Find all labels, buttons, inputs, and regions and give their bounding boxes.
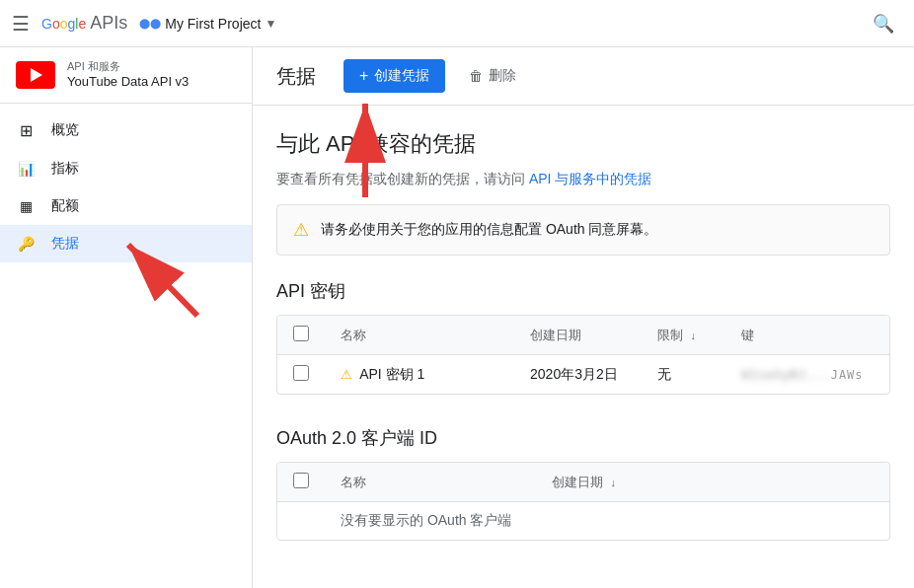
service-header: API 和服务 YouTube Data API v3 xyxy=(0,47,252,104)
content-body: 与此 API 兼容的凭据 要查看所有凭据或创建新的凭据，请访问 API 与服务中… xyxy=(253,106,914,588)
youtube-icon xyxy=(16,61,55,89)
oauth-col-name: 名称 xyxy=(325,463,536,502)
project-dots-icon: ⬤⬤ xyxy=(139,18,161,29)
sidebar-label-overview: 概览 xyxy=(51,121,79,139)
select-all-oauth[interactable] xyxy=(293,473,309,488)
section-desc-prefix: 要查看所有凭据或创建新的凭据，请访问 xyxy=(276,171,525,186)
api-key-row-check xyxy=(277,355,325,395)
sidebar-item-credentials[interactable]: 🔑 凭据 xyxy=(0,225,252,262)
oauth-table: 名称 创建日期 ↓ 没有要显示的 OAuth 客户端 xyxy=(276,462,890,541)
apis-text: APIs xyxy=(90,13,127,34)
create-credentials-label: 创建凭据 xyxy=(374,67,429,85)
service-label: API 和服务 xyxy=(67,59,189,74)
topbar-right: 🔍 xyxy=(865,5,902,42)
section-heading: 与此 API 兼容的凭据 xyxy=(276,129,890,159)
api-keys-col-limit: 限制 ↓ xyxy=(642,316,725,355)
api-keys-col-key: 键 xyxy=(725,316,889,355)
table-row: ⚠ API 密钥 1 2020年3月2日 无 AIzaSyBJ...JAWs xyxy=(277,355,889,395)
quota-icon: ▦ xyxy=(16,198,36,214)
sidebar-item-metrics[interactable]: 📊 指标 xyxy=(0,150,252,187)
google-apis-logo: Google APIs xyxy=(41,13,127,34)
nav-items: ⊞ 概览 📊 指标 ▦ 配额 🔑 凭据 xyxy=(0,104,252,270)
api-keys-col-check xyxy=(277,316,325,355)
oauth-title: OAuth 2.0 客户端 ID xyxy=(276,426,890,450)
sidebar-item-quota[interactable]: ▦ 配额 xyxy=(0,187,252,225)
section-description: 要查看所有凭据或创建新的凭据，请访问 API 与服务中的凭据 xyxy=(276,171,890,188)
delete-label: 删除 xyxy=(489,67,516,85)
api-keys-col-name: 名称 xyxy=(325,316,514,355)
youtube-play-icon xyxy=(31,68,42,82)
create-credentials-button[interactable]: + 创建凭据 xyxy=(343,59,445,93)
api-key-1-key: AIzaSyBJ...JAWs xyxy=(725,355,889,395)
topbar-left: ☰ Google APIs ⬤⬤ My First Project ▼ xyxy=(12,12,853,36)
metrics-icon: 📊 xyxy=(16,161,36,177)
api-keys-col-date: 创建日期 xyxy=(514,316,642,355)
topbar: ☰ Google APIs ⬤⬤ My First Project ▼ 🔍 xyxy=(0,0,914,47)
search-icon[interactable]: 🔍 xyxy=(865,5,902,42)
content-header: 凭据 + 创建凭据 🗑 删除 xyxy=(253,47,914,106)
layout: API 和服务 YouTube Data API v3 ⊞ 概览 📊 指标 ▦ … xyxy=(0,47,914,588)
main-content: 凭据 + 创建凭据 🗑 删除 与此 API 兼容的凭据 要查看所有凭据或创建新的… xyxy=(253,47,914,588)
api-key-1-name: ⚠ API 密钥 1 xyxy=(325,355,514,395)
oauth-date-sort-icon: ↓ xyxy=(610,477,616,488)
google-logo-text: Google xyxy=(41,16,86,32)
project-selector[interactable]: ⬤⬤ My First Project ▼ xyxy=(139,16,276,32)
oauth-col-check xyxy=(277,463,325,502)
delete-button[interactable]: 🗑 删除 xyxy=(457,59,528,93)
plus-icon: + xyxy=(359,67,368,85)
project-dropdown-icon: ▼ xyxy=(265,17,276,31)
warning-text: 请务必使用关于您的应用的信息配置 OAuth 同意屏幕。 xyxy=(321,221,657,239)
oauth-empty-row: 没有要显示的 OAuth 客户端 xyxy=(277,502,889,541)
sidebar-label-metrics: 指标 xyxy=(51,160,79,178)
sidebar: API 和服务 YouTube Data API v3 ⊞ 概览 📊 指标 ▦ … xyxy=(0,47,253,588)
service-name: YouTube Data API v3 xyxy=(67,74,189,91)
api-key-1-date: 2020年3月2日 xyxy=(514,355,642,395)
warning-banner: ⚠ 请务必使用关于您的应用的信息配置 OAuth 同意屏幕。 xyxy=(276,204,890,256)
hamburger-icon[interactable]: ☰ xyxy=(12,12,30,36)
sidebar-label-quota: 配额 xyxy=(51,197,79,215)
credentials-icon: 🔑 xyxy=(16,236,36,252)
overview-icon: ⊞ xyxy=(16,121,36,140)
api-keys-title: API 密钥 xyxy=(276,279,890,303)
oauth-empty-text: 没有要显示的 OAuth 客户端 xyxy=(325,502,889,541)
api-key-1-limit: 无 xyxy=(642,355,725,395)
project-name: My First Project xyxy=(165,16,261,32)
oauth-col-date: 创建日期 ↓ xyxy=(536,463,889,502)
select-all-api-keys[interactable] xyxy=(293,326,309,341)
trash-icon: 🗑 xyxy=(469,68,483,84)
page-title: 凭据 xyxy=(276,63,316,90)
service-info: API 和服务 YouTube Data API v3 xyxy=(67,59,189,91)
sidebar-label-credentials: 凭据 xyxy=(51,235,79,253)
api-key-warn-icon: ⚠ xyxy=(341,367,352,382)
section-desc-link[interactable]: API 与服务中的凭据 xyxy=(529,171,651,186)
sidebar-item-overview[interactable]: ⊞ 概览 xyxy=(0,111,252,150)
warning-icon: ⚠ xyxy=(293,219,309,241)
api-keys-table: 名称 创建日期 限制 ↓ 键 xyxy=(276,315,890,395)
api-key-1-checkbox[interactable] xyxy=(293,365,309,381)
limit-sort-icon: ↓ xyxy=(690,330,696,341)
